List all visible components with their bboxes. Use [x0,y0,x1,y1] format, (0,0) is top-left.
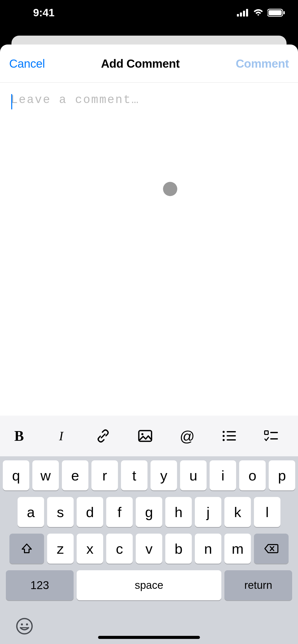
key-o[interactable]: o [239,460,266,490]
key-s[interactable]: s [47,497,74,527]
svg-rect-3 [246,9,248,17]
checklist-icon [264,430,278,442]
svg-point-11 [223,435,225,437]
bold-icon: B [14,428,24,444]
key-z[interactable]: z [47,534,74,564]
emoji-button[interactable] [15,617,34,635]
svg-point-8 [141,433,143,435]
svg-rect-12 [227,435,236,436]
key-d[interactable]: d [77,497,103,527]
cancel-button[interactable]: Cancel [9,57,45,70]
status-time: 9:41 [15,7,55,19]
wifi-icon [253,9,264,17]
key-e[interactable]: e [62,460,88,490]
battery-icon [267,9,285,17]
svg-point-20 [26,623,28,625]
svg-point-9 [223,431,225,433]
key-f[interactable]: f [106,497,133,527]
italic-button[interactable]: I [52,427,70,445]
key-return[interactable]: return [224,570,292,600]
svg-point-13 [223,439,225,441]
link-icon [96,429,111,443]
delete-icon [264,544,278,554]
bullet-list-icon [222,430,236,442]
svg-rect-15 [265,431,268,434]
key-w[interactable]: w [32,460,59,490]
key-v[interactable]: v [136,534,162,564]
emoji-icon [15,617,34,635]
key-delete[interactable] [254,534,289,564]
key-x[interactable]: x [77,534,103,564]
submit-comment-button[interactable]: Comment [236,57,289,70]
key-space[interactable]: space [77,570,221,600]
svg-rect-2 [243,11,245,17]
home-indicator[interactable] [98,636,200,639]
key-numbers[interactable]: 123 [6,570,74,600]
svg-rect-14 [227,439,236,441]
keyboard-row-2: a s d f g h j k l [3,497,295,527]
key-m[interactable]: m [224,534,251,564]
key-q[interactable]: q [3,460,29,490]
keyboard-bottom [3,607,295,638]
image-icon [138,430,152,442]
svg-rect-10 [227,431,236,432]
modal-header: Cancel Add Comment Comment [0,45,298,83]
modal-title: Add Comment [101,57,180,70]
at-icon: @ [180,428,195,445]
shift-icon [21,543,33,555]
key-l[interactable]: l [254,497,280,527]
key-u[interactable]: u [180,460,207,490]
svg-rect-1 [240,12,242,17]
format-toolbar: B I @ [0,416,298,456]
key-c[interactable]: c [106,534,133,564]
key-i[interactable]: i [210,460,236,490]
status-icons [237,9,285,17]
add-comment-modal: Cancel Add Comment Comment Leave a comme… [0,45,298,644]
keyboard: q w e r t y u i o p a s d f g h j k l [0,456,298,644]
key-y[interactable]: y [151,460,177,490]
key-t[interactable]: t [121,460,147,490]
editor-placeholder: Leave a comment… [11,93,287,107]
svg-rect-17 [270,438,278,440]
key-r[interactable]: r [91,460,118,490]
comment-editor[interactable]: Leave a comment… [0,83,298,416]
cellular-icon [237,9,249,17]
key-n[interactable]: n [195,534,221,564]
key-a[interactable]: a [18,497,44,527]
key-g[interactable]: g [136,497,162,527]
svg-point-19 [21,623,23,625]
key-h[interactable]: h [165,497,192,527]
text-cursor [11,94,12,109]
svg-rect-5 [268,10,282,15]
svg-point-18 [17,619,32,634]
key-k[interactable]: k [224,497,251,527]
key-b[interactable]: b [165,534,192,564]
keyboard-row-3: z x c v b n m [3,534,295,564]
bullet-list-button[interactable] [220,427,238,445]
keyboard-row-4: 123 space return [3,570,295,600]
italic-icon: I [59,429,63,443]
key-shift[interactable] [9,534,44,564]
svg-rect-0 [237,14,239,17]
bold-button[interactable]: B [10,427,28,445]
checklist-button[interactable] [262,427,280,445]
svg-rect-16 [270,432,278,433]
link-button[interactable] [94,427,112,445]
image-button[interactable] [136,427,154,445]
touch-indicator [163,182,177,196]
status-bar: 9:41 [0,0,298,25]
key-p[interactable]: p [269,460,295,490]
svg-rect-6 [283,11,285,14]
mention-button[interactable]: @ [178,427,196,445]
key-j[interactable]: j [195,497,221,527]
keyboard-row-1: q w e r t y u i o p [3,460,295,490]
